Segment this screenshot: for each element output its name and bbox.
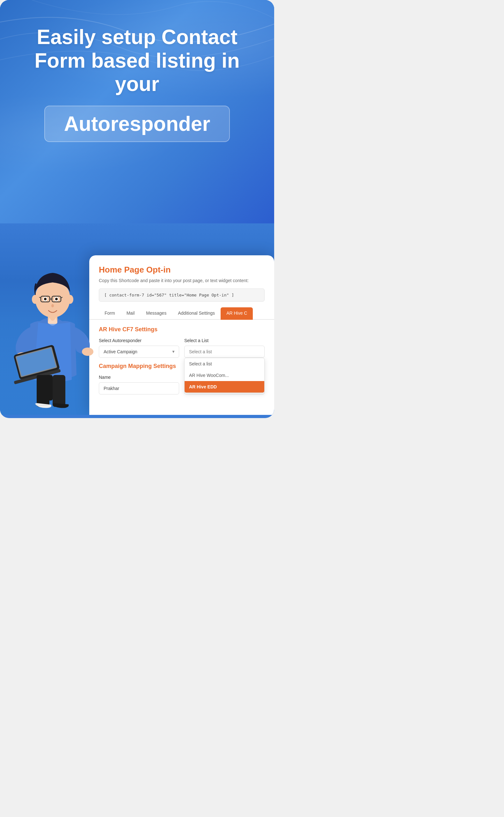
hero-line1-text: Easily setup Contact	[37, 26, 237, 48]
card-title: Home Page Opt-in	[99, 265, 265, 275]
tab-messages[interactable]: Messages	[140, 307, 172, 320]
page-wrapper: Easily setup Contact Form based listing …	[0, 0, 274, 418]
svg-point-9	[32, 295, 38, 304]
tab-ar-hive[interactable]: AR Hive C	[221, 307, 253, 320]
name-group: Name	[99, 375, 179, 394]
dropdown-item-woocom[interactable]: AR Hive WooCom...	[185, 370, 264, 381]
name-label: Name	[99, 375, 179, 380]
svg-point-10	[67, 295, 73, 304]
hero-highlight-text: Autoresponder	[64, 112, 210, 135]
list-dropdown-menu: Select a list AR Hive WooCom... AR Hive …	[184, 358, 265, 393]
hero-title-line1: Easily setup Contact Form based listing …	[19, 26, 255, 96]
autoresponder-select-wrapper: Active Campaign ▼	[99, 346, 179, 358]
dropdown-item-placeholder[interactable]: Select a list	[185, 358, 264, 370]
name-input[interactable]	[99, 382, 179, 394]
tab-form[interactable]: Form	[99, 307, 121, 320]
svg-point-8	[51, 304, 54, 307]
svg-point-7	[55, 298, 58, 300]
hero-section: Easily setup Contact Form based listing …	[0, 0, 274, 224]
bottom-section: Home Page Opt-in Copy this Shortcode and…	[0, 224, 274, 415]
shortcode-display[interactable]: [ contact-form-7 id="567" title="Home Pa…	[99, 289, 265, 302]
list-label: Select a List	[184, 338, 265, 343]
ui-card: Home Page Opt-in Copy this Shortcode and…	[89, 255, 274, 415]
list-select-input[interactable]	[184, 346, 265, 358]
hero-text-block: Easily setup Contact Form based listing …	[0, 26, 274, 155]
hero-line2-text: Form based listing in your	[34, 49, 240, 96]
svg-rect-19	[37, 375, 49, 407]
autoresponder-row: Select Autoresponder Active Campaign ▼ S…	[99, 338, 265, 358]
settings-section: AR Hive CF7 Settings Select Autoresponde…	[99, 326, 265, 358]
svg-point-6	[44, 298, 47, 300]
svg-rect-20	[53, 375, 65, 407]
card-description: Copy this Shortcode and paste it into yo…	[99, 277, 265, 284]
list-select-group: Select a List Select a list AR Hive WooC…	[184, 338, 265, 358]
autoresponder-label: Select Autoresponder	[99, 338, 179, 343]
autoresponder-select[interactable]: Active Campaign	[99, 346, 179, 358]
dropdown-item-edd[interactable]: AR Hive EDD	[185, 381, 264, 393]
svg-point-13	[82, 348, 93, 356]
hero-highlight-box: Autoresponder	[44, 106, 230, 142]
character-figure	[6, 243, 96, 408]
autoresponder-group: Select Autoresponder Active Campaign ▼	[99, 338, 179, 358]
settings-section-title: AR Hive CF7 Settings	[99, 326, 265, 333]
tab-additional-settings[interactable]: Additional Settings	[172, 307, 221, 320]
tabs-bar: Form Mail Messages Additional Settings A…	[89, 307, 274, 320]
tab-mail[interactable]: Mail	[121, 307, 141, 320]
